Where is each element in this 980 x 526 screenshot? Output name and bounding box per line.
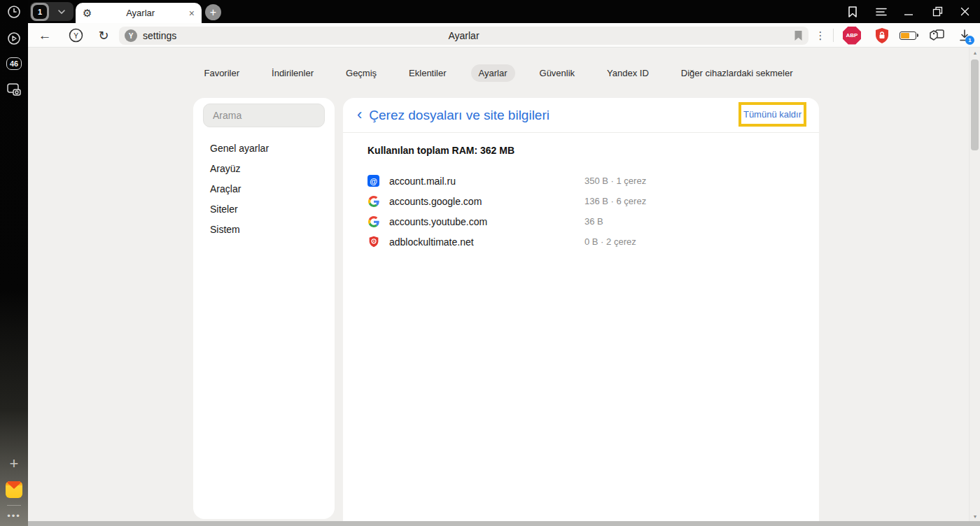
vertical-scrollbar[interactable]: ▲ ▼ bbox=[969, 48, 980, 521]
kebab-menu-icon[interactable]: ⋮ bbox=[809, 23, 832, 48]
yandex-mail-icon[interactable] bbox=[0, 481, 28, 498]
battery-saver-icon[interactable] bbox=[897, 23, 919, 48]
remove-all-annotation-box: Tümünü kaldır bbox=[738, 102, 806, 127]
address-bar-page-title: Ayarlar bbox=[119, 30, 808, 41]
mailru-at-icon: @ bbox=[368, 175, 379, 187]
nav-favoriler[interactable]: Favoriler bbox=[196, 64, 247, 82]
gear-icon: ⚙ bbox=[83, 8, 92, 18]
rail-divider bbox=[7, 505, 21, 506]
downloads-icon[interactable]: 1 bbox=[953, 23, 976, 48]
back-icon[interactable]: ← bbox=[34, 23, 56, 48]
site-size: 0 B · 2 çerez bbox=[584, 236, 636, 247]
search-input[interactable] bbox=[204, 104, 324, 127]
settings-page: Favoriler İndirilenler Geçmiş Eklentiler… bbox=[28, 48, 980, 526]
download-count-badge: 1 bbox=[965, 36, 974, 45]
tab-bar: 1 ⚙ Ayarlar × + bbox=[28, 0, 980, 23]
google-g-icon bbox=[368, 195, 379, 207]
window-minimize-icon[interactable] bbox=[897, 0, 920, 23]
rail-add-icon[interactable]: + bbox=[0, 455, 28, 472]
yandex-home-icon[interactable]: Y bbox=[64, 23, 87, 48]
site-domain: adblockultimate.net bbox=[389, 236, 474, 248]
sidebar-items: Genel ayarlar Arayüz Araçlar Siteler Sis… bbox=[193, 138, 335, 239]
address-bar[interactable]: Y settings Ayarlar bbox=[119, 27, 808, 45]
tab-close-icon[interactable]: × bbox=[189, 8, 195, 18]
refresh-icon[interactable]: ↻ bbox=[92, 23, 115, 48]
screenshot-icon[interactable] bbox=[0, 80, 28, 99]
settings-sidebar-panel: Genel ayarlar Arayüz Araçlar Siteler Sis… bbox=[193, 98, 335, 519]
adblock-plus-icon[interactable]: ABP bbox=[841, 23, 863, 48]
scroll-up-icon[interactable]: ▲ bbox=[969, 50, 980, 55]
collections-tags-icon[interactable] bbox=[925, 23, 948, 48]
window-close-icon[interactable] bbox=[953, 0, 976, 23]
sidebar-item-arayuz[interactable]: Arayüz bbox=[193, 158, 335, 178]
nav-gecmis[interactable]: Geçmiş bbox=[338, 64, 384, 82]
sidebar-item-sistem[interactable]: Sistem bbox=[193, 219, 335, 239]
site-size: 350 B · 1 çerez bbox=[584, 176, 646, 186]
toolbar-divider bbox=[833, 29, 834, 42]
site-favicon: Y bbox=[125, 29, 137, 42]
new-tab-button[interactable]: + bbox=[205, 4, 221, 20]
nav-yandex-id[interactable]: Yandex ID bbox=[599, 64, 657, 82]
nav-eklentiler[interactable]: Eklentiler bbox=[401, 64, 454, 82]
nav-ayarlar[interactable]: Ayarlar bbox=[471, 64, 515, 82]
menu-hamburger-icon[interactable] bbox=[869, 0, 893, 23]
nav-indirilenler[interactable]: İndirilenler bbox=[264, 64, 321, 82]
tab-title: Ayarlar bbox=[92, 8, 188, 18]
tab-count-badge[interactable]: 46 bbox=[0, 56, 28, 71]
scrollbar-thumb[interactable] bbox=[971, 59, 979, 150]
settings-search[interactable] bbox=[203, 104, 325, 127]
red-shield-icon bbox=[368, 236, 379, 248]
browser-tab-settings[interactable]: ⚙ Ayarlar × bbox=[76, 3, 202, 23]
url-text: settings bbox=[143, 30, 176, 41]
site-domain: accounts.youtube.com bbox=[389, 216, 487, 227]
sidebar-item-araclar[interactable]: Araçlar bbox=[193, 178, 335, 199]
bookmarks-panel-icon[interactable] bbox=[841, 0, 864, 23]
site-size: 36 B bbox=[584, 216, 603, 227]
site-domain: account.mail.ru bbox=[389, 176, 456, 187]
tab-counter[interactable]: 1 bbox=[30, 2, 74, 21]
site-row[interactable]: @ account.mail.ru 350 B · 1 çerez bbox=[343, 171, 819, 191]
rail-more-icon[interactable]: ••• bbox=[0, 510, 28, 521]
nav-guvenlik[interactable]: Güvenlik bbox=[532, 64, 583, 82]
window-restore-icon[interactable] bbox=[925, 0, 949, 23]
svg-text:Y: Y bbox=[74, 32, 78, 40]
sidebar-item-siteler[interactable]: Siteler bbox=[193, 199, 335, 219]
tab-count: 1 bbox=[33, 5, 47, 19]
site-domain: accounts.google.com bbox=[389, 196, 482, 207]
site-list: @ account.mail.ru 350 B · 1 çerez accoun… bbox=[343, 171, 819, 252]
browser-toolbar: ← Y ↻ Y settings Ayarlar ⋮ ABP 1 bbox=[28, 23, 980, 48]
page-title: Çerez dosyaları ve site bilgileri bbox=[369, 108, 550, 123]
site-size: 136 B · 6 çerez bbox=[584, 196, 646, 206]
site-row[interactable]: accounts.google.com 136 B · 6 çerez bbox=[343, 191, 819, 211]
bottom-scroll-strip bbox=[28, 521, 980, 526]
scroll-down-icon[interactable]: ▼ bbox=[969, 514, 980, 519]
sidebar-item-genel-ayarlar[interactable]: Genel ayarlar bbox=[193, 138, 335, 158]
ram-total-label: Kullanılan toplam RAM: 362 MB bbox=[368, 143, 514, 157]
bookmark-icon[interactable] bbox=[794, 30, 803, 41]
remove-all-button[interactable]: Tümünü kaldır bbox=[743, 109, 802, 120]
settings-nav: Favoriler İndirilenler Geçmiş Eklentiler… bbox=[28, 64, 969, 82]
side-rail: 46 + ••• bbox=[0, 0, 28, 526]
nav-diger-cihazlar[interactable]: Diğer cihazlardaki sekmeler bbox=[673, 64, 801, 82]
play-media-icon[interactable] bbox=[0, 31, 28, 46]
history-clock-icon[interactable] bbox=[0, 4, 28, 20]
protect-shield-icon[interactable] bbox=[871, 23, 893, 48]
chevron-down-icon[interactable] bbox=[49, 10, 74, 14]
cookies-panel: ‹ Çerez dosyaları ve site bilgileri Tümü… bbox=[343, 98, 819, 521]
google-g-icon bbox=[368, 215, 379, 227]
back-chevron-icon[interactable]: ‹ bbox=[357, 107, 362, 122]
site-row[interactable]: accounts.youtube.com 36 B bbox=[343, 211, 819, 232]
site-row[interactable]: adblockultimate.net 0 B · 2 çerez bbox=[343, 232, 819, 252]
